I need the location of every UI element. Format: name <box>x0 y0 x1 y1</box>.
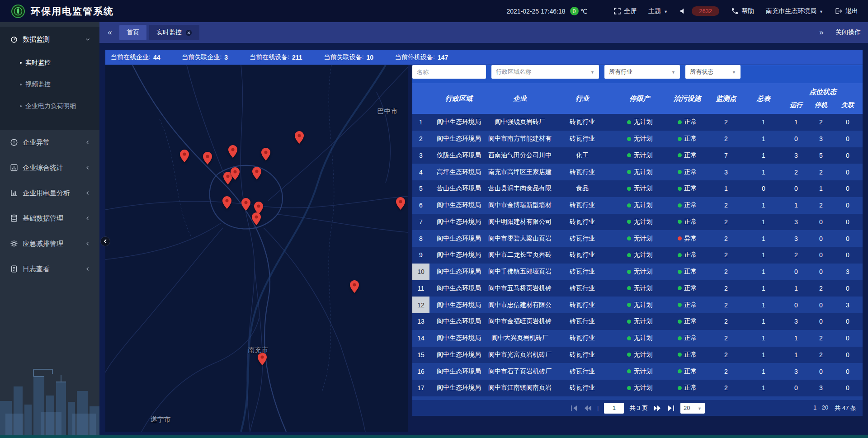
name-search-input[interactable] <box>412 65 486 79</box>
cell-lost: 3 <box>833 264 863 280</box>
table-row[interactable]: 10阆中生态环境局阆中千佛镇五郎垭页岩砖瓦行业无计划正常21003 <box>412 264 863 280</box>
table-row[interactable]: 9阆中生态环境局阆中市二龙长宝页岩砖砖瓦行业无计划正常21200 <box>412 247 863 264</box>
cell-industry: 砖瓦行业 <box>552 114 613 131</box>
map-panel-collapse-button[interactable] <box>100 236 110 246</box>
map-pin[interactable] <box>241 198 250 211</box>
last-page-button[interactable] <box>667 405 675 411</box>
cell-stop: 3 <box>809 131 833 147</box>
city-skyline-graphic <box>0 348 99 438</box>
cell-meters: 1 <box>744 197 783 214</box>
industry-select[interactable]: 所有行业▼ <box>604 65 680 79</box>
cell-meters: 1 <box>744 297 783 313</box>
map-pin[interactable] <box>180 150 189 162</box>
cell-points: 3 <box>708 164 744 180</box>
sidebar-group-button-5[interactable]: 应急减排管理 <box>0 231 99 256</box>
table-row[interactable]: 18南部生态环境局南部县瑞华建材有限公砖瓦行业无计划正常21000 <box>412 396 863 400</box>
sidebar-group-button-1[interactable]: 企业异常 <box>0 130 99 155</box>
cell-limit: 无计划 <box>613 280 666 297</box>
map-pin[interactable] <box>228 145 237 158</box>
pagination-summary: 1 - 20 共 47 条 <box>813 404 856 412</box>
logout-button[interactable]: 退出 <box>835 7 858 15</box>
table-row[interactable]: 3仪陇生态环境局西南油气田分公司川中化工无计划正常71350 <box>412 147 863 164</box>
cell-company: 阆中大兴页岩机砖厂 <box>488 330 552 347</box>
page-number-input[interactable] <box>604 403 624 414</box>
cell-stop: 0 <box>809 247 833 264</box>
cell-industry: 砖瓦行业 <box>552 164 613 180</box>
map-pin[interactable] <box>261 148 270 160</box>
map[interactable]: 巴中市南充市遂宁市 <box>105 65 408 432</box>
table-row[interactable]: 15阆中生态环境局阆中市光富页岩机砖厂砖瓦行业无计划正常21120 <box>412 347 863 363</box>
map-pin[interactable] <box>350 280 359 293</box>
table-row[interactable]: 17阆中生态环境局阆中市江南镇阆南页岩砖瓦行业无计划正常21030 <box>412 380 863 396</box>
cell-lost: 0 <box>833 347 863 363</box>
tab-home[interactable]: 首页 <box>119 25 146 40</box>
cell-run: 1 <box>783 197 809 214</box>
fullscreen-button[interactable]: 全屏 <box>613 7 637 15</box>
map-pin[interactable] <box>222 196 231 209</box>
map-pin[interactable] <box>203 152 212 165</box>
table-row[interactable]: 4高坪生态环境局南充市高坪区王家店建砖瓦行业无计划正常31220 <box>412 164 863 180</box>
notice-count-badge[interactable]: 2632 <box>692 6 719 16</box>
prev-page-button[interactable] <box>584 405 592 411</box>
help-button[interactable]: 帮助 <box>731 7 754 15</box>
next-page-button[interactable] <box>653 405 661 411</box>
sidebar-group-button-4[interactable]: 基础数据管理 <box>0 206 99 231</box>
close-operations-button[interactable]: 关闭操作 <box>835 28 861 37</box>
table-row[interactable]: 12阆中生态环境局阆中市忠信建材有限公砖瓦行业无计划正常21003 <box>412 297 863 313</box>
phone-icon <box>731 7 739 15</box>
map-pin[interactable] <box>396 197 405 210</box>
cell-region: 阆中生态环境局 <box>429 114 488 131</box>
sidebar-item-0-1[interactable]: 视频监控 <box>0 74 99 95</box>
table-row[interactable]: 11阆中生态环境局阆中市五马桥页岩机砖砖瓦行业无计划正常21120 <box>412 280 863 297</box>
sidebar-item-0-0[interactable]: 实时监控 <box>0 52 99 74</box>
table-row[interactable]: 7阆中生态环境局阆中明阳建材有限公司砖瓦行业无计划正常21300 <box>412 214 863 231</box>
column-header-stop: 停机 <box>809 97 833 114</box>
table-row[interactable]: 8阆中生态环境局阆中市枣碧大梁山页岩砖瓦行业无计划异常21300 <box>412 230 863 247</box>
stat-item: 当前停机设备:147 <box>395 53 448 61</box>
page-size-select[interactable]: 20▼ <box>680 403 705 414</box>
sidebar-group-button-3[interactable]: 企业用电量分析 <box>0 180 99 206</box>
tab-realtime-monitor[interactable]: 实时监控 <box>149 25 199 40</box>
alert-icon <box>10 138 18 146</box>
cell-industry: 砖瓦行业 <box>552 396 613 400</box>
theme-dropdown[interactable]: 主题▼ <box>648 7 668 15</box>
tabs-scroll-right-button[interactable]: » <box>815 25 828 40</box>
map-pin[interactable] <box>252 212 261 225</box>
cell-region: 阆中生态环境局 <box>429 230 488 247</box>
cell-lost: 0 <box>833 180 863 197</box>
table-row[interactable]: 5营山生态环境局营山县润丰肉食品有限食品无计划正常10010 <box>412 180 863 197</box>
map-city-label: 南充市 <box>248 346 269 354</box>
table-row[interactable]: 14阆中生态环境局阆中大兴页岩机砖厂砖瓦行业无计划正常21120 <box>412 330 863 347</box>
tabs-scroll-left-button[interactable]: « <box>103 25 117 40</box>
first-page-button[interactable] <box>570 405 578 411</box>
map-city-label: 遂宁市 <box>151 415 171 424</box>
status-select[interactable]: 所有状态▼ <box>685 65 741 79</box>
table-row[interactable]: 2阆中生态环境局阆中市南方节能建材有砖瓦行业无计划正常21030 <box>412 131 863 147</box>
cell-stop: 0 <box>809 214 833 231</box>
table-row[interactable]: 1阆中生态环境局阆中强锐页岩砖厂砖瓦行业无计划正常21120 <box>412 114 863 131</box>
status-dot <box>627 220 631 224</box>
map-pin[interactable] <box>258 353 267 365</box>
sidebar-group-button-6[interactable]: 日志查看 <box>0 256 99 282</box>
org-dropdown[interactable]: 南充市生态环境局▼ <box>766 7 823 15</box>
sidebar-group-3: 企业用电量分析 <box>0 180 99 206</box>
region-select[interactable]: 行政区域名称▼ <box>491 65 599 79</box>
row-index: 2 <box>412 131 429 147</box>
table-row[interactable]: 13阆中生态环境局阆中市金福旺页岩机砖砖瓦行业无计划正常21300 <box>412 313 863 330</box>
sidebar-group-button-0[interactable]: 数据监测 <box>0 27 99 52</box>
map-pin[interactable] <box>252 167 261 179</box>
table-row[interactable]: 16阆中生态环境局阆中市石子页岩机砖厂砖瓦行业无计划正常21300 <box>412 363 863 380</box>
sidebar-group-button-2[interactable]: 企业综合统计 <box>0 155 99 180</box>
cell-company: 南部县瑞华建材有限公 <box>488 396 552 400</box>
sidebar-item-0-2[interactable]: 企业电力负荷明细 <box>0 95 99 117</box>
cell-stop: 5 <box>809 147 833 164</box>
close-icon[interactable] <box>185 29 192 36</box>
status-dot <box>678 353 682 357</box>
cell-stop: 3 <box>809 380 833 396</box>
map-pin[interactable] <box>295 131 304 144</box>
cell-region: 阆中生态环境局 <box>429 363 488 380</box>
map-pin[interactable] <box>231 167 240 180</box>
temperature-value: 0 <box>570 7 579 15</box>
notice-speaker-button[interactable]: 2632 <box>679 6 719 16</box>
table-row[interactable]: 6阆中生态环境局阆中市金博瑞新型墙材砖瓦行业无计划正常21120 <box>412 197 863 214</box>
